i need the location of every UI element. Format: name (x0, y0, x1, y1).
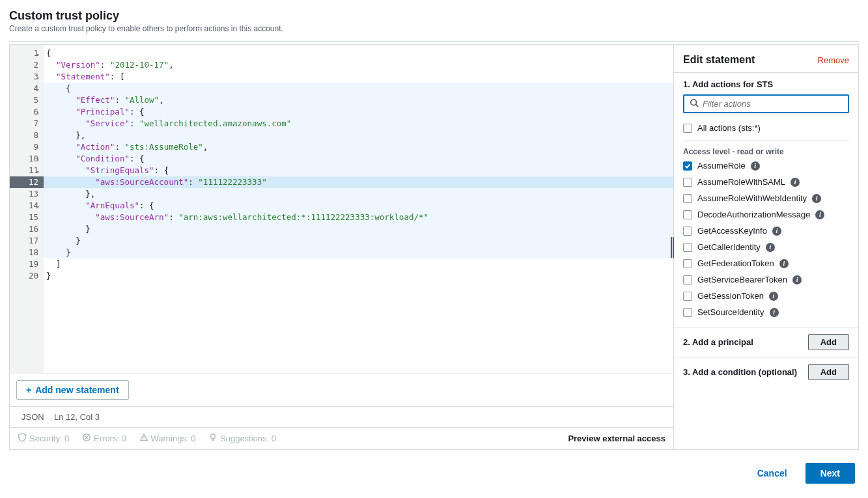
info-icon[interactable]: i (766, 243, 775, 252)
info-icon[interactable]: i (770, 308, 779, 317)
action-label: GetFederationToken (697, 258, 774, 268)
svg-point-2 (691, 100, 697, 105)
code-line[interactable]: "Action": "sts:AssumeRole", (44, 141, 673, 153)
code-line[interactable]: }, (44, 130, 673, 141)
checkbox[interactable] (683, 308, 692, 317)
checkbox[interactable] (683, 178, 692, 187)
gutter-line[interactable]: 5 (14, 94, 38, 106)
add-statement-row: + Add new statement (10, 373, 673, 406)
add-principal-button[interactable]: Add (808, 334, 849, 350)
action-label: AssumeRole (697, 161, 746, 171)
checkbox-all-actions[interactable] (683, 124, 692, 133)
code-line[interactable]: "StringEquals": { (44, 165, 673, 176)
action-row[interactable]: GetCallerIdentityi (683, 239, 849, 255)
all-actions-row[interactable]: All actions (sts:*) (683, 120, 849, 136)
checkbox[interactable] (683, 210, 692, 219)
code-line[interactable]: "Statement": [ (44, 71, 673, 83)
security-count[interactable]: Security: 0 (18, 433, 69, 444)
checkbox[interactable] (683, 194, 692, 203)
gutter-line[interactable]: 19 (14, 258, 38, 270)
gutter-line[interactable]: 12 (10, 176, 44, 188)
gutter-line[interactable]: 16 (14, 223, 38, 235)
gutter-line[interactable]: 14▾ (14, 200, 38, 212)
code-line[interactable]: { (44, 83, 673, 94)
code-line[interactable]: "Effect": "Allow", (44, 94, 673, 106)
info-icon[interactable]: i (812, 194, 821, 203)
action-row[interactable]: GetAccessKeyInfoi (683, 223, 849, 239)
section-2-title: 2. Add a principal (683, 337, 753, 347)
code-line[interactable]: "aws:SourceAccount": "111122223333" (44, 176, 673, 188)
remove-button[interactable]: Remove (818, 55, 849, 65)
action-row[interactable]: GetSessionTokeni (683, 288, 849, 304)
preview-external-access-button[interactable]: Preview external access (568, 434, 665, 443)
code-line[interactable]: } (44, 223, 673, 235)
action-row[interactable]: AssumeRolei (683, 158, 849, 174)
action-row[interactable]: SetSourceIdentityi (683, 304, 849, 320)
gutter-line[interactable]: 13 (14, 188, 38, 200)
warning-icon (139, 433, 148, 444)
checkbox[interactable] (683, 259, 692, 268)
gutter-line[interactable]: 1▾ (14, 48, 38, 59)
info-icon[interactable]: i (751, 161, 760, 171)
gutter-line[interactable]: 6▾ (14, 106, 38, 118)
warnings-count[interactable]: Warnings: 0 (139, 433, 196, 444)
suggestions-count[interactable]: Suggestions: 0 (208, 433, 276, 444)
code-line[interactable]: "aws:SourceArn": "arn:aws:wellarchitecte… (44, 212, 673, 223)
gutter-line[interactable]: 2 (14, 59, 38, 71)
gutter-line[interactable]: 17 (14, 235, 38, 247)
action-row[interactable]: GetFederationTokeni (683, 255, 849, 271)
code-line[interactable]: "Version": "2012-10-17", (44, 59, 673, 71)
gutter-line[interactable]: 9 (14, 141, 38, 153)
errors-count[interactable]: Errors: 0 (82, 433, 126, 444)
action-row[interactable]: AssumeRoleWithSAMLi (683, 174, 849, 190)
next-button[interactable]: Next (805, 463, 855, 484)
code-line[interactable]: } (44, 270, 673, 282)
code-line[interactable]: { (44, 48, 673, 59)
section-3-title: 3. Add a condition (optional) (683, 367, 797, 377)
checkbox[interactable] (683, 292, 692, 301)
shield-icon (18, 433, 27, 444)
action-row[interactable]: GetServiceBearerTokeni (683, 271, 849, 288)
filter-actions-input-wrap[interactable] (683, 94, 849, 113)
checkbox[interactable] (683, 227, 692, 236)
checkbox[interactable] (683, 275, 692, 284)
code-line[interactable]: ] (44, 258, 673, 270)
status-pos: Ln 12, Col 3 (54, 412, 100, 422)
info-icon[interactable]: i (769, 292, 778, 301)
gutter-line[interactable]: 4▾ (14, 83, 38, 94)
resize-handle[interactable] (671, 237, 672, 258)
code-line[interactable]: "Service": "wellarchitected.amazonaws.co… (44, 118, 673, 130)
code-line[interactable]: } (44, 247, 673, 258)
info-icon[interactable]: i (772, 227, 781, 236)
gutter-line[interactable]: 3▾ (14, 71, 38, 83)
checkbox[interactable] (683, 161, 692, 171)
checkbox[interactable] (683, 243, 692, 252)
action-label: SetSourceIdentity (697, 307, 764, 317)
gutter-line[interactable]: 20 (14, 270, 38, 282)
action-row[interactable]: DecodeAuthorizationMessagei (683, 206, 849, 223)
add-statement-button[interactable]: + Add new statement (16, 380, 129, 400)
gutter-line[interactable]: 7 (14, 118, 38, 130)
code-line[interactable]: } (44, 235, 673, 247)
add-condition-button[interactable]: Add (808, 364, 849, 380)
filter-actions-input[interactable] (703, 99, 843, 109)
code-line[interactable]: }, (44, 188, 673, 200)
section-1-title: 1. Add actions for STS (683, 79, 849, 89)
action-row[interactable]: AssumeRoleWithWebIdentityi (683, 190, 849, 206)
gutter-line[interactable]: 11▾ (14, 165, 38, 176)
gutter-line[interactable]: 18 (14, 247, 38, 258)
gutter-line[interactable]: 8 (14, 130, 38, 141)
code-line[interactable]: "ArnEquals": { (44, 200, 673, 212)
info-icon[interactable]: i (815, 210, 824, 219)
info-icon[interactable]: i (792, 275, 802, 284)
gutter-line[interactable]: 15 (14, 212, 38, 223)
code-line[interactable]: "Principal": { (44, 106, 673, 118)
info-icon[interactable]: i (779, 259, 789, 268)
code-editor[interactable]: 1▾23▾4▾56▾78910▾11▾121314▾151617181920 {… (10, 45, 673, 373)
gutter-line[interactable]: 10▾ (14, 153, 38, 165)
info-icon[interactable]: i (791, 178, 800, 187)
code-line[interactable]: "Condition": { (44, 153, 673, 165)
cancel-button[interactable]: Cancel (747, 463, 798, 484)
lightbulb-icon (208, 433, 217, 444)
status-bar: JSON Ln 12, Col 3 (10, 406, 673, 427)
